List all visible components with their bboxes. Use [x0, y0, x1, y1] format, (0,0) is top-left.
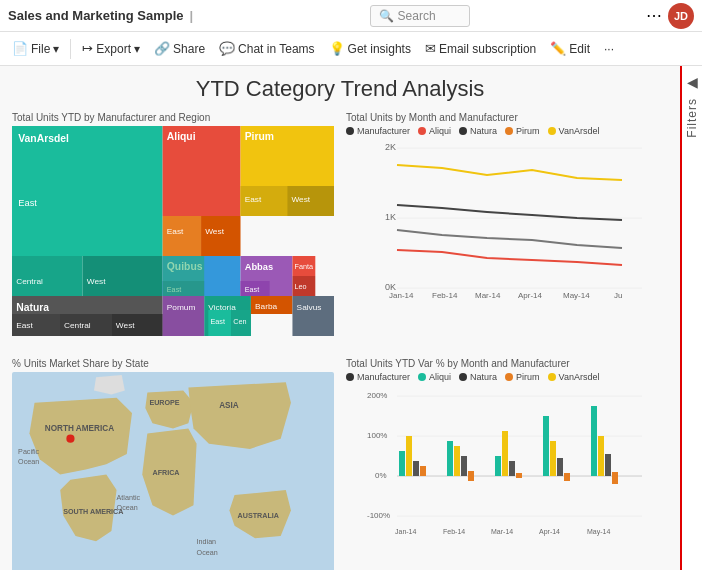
- insights-label: Get insights: [348, 42, 411, 56]
- share-button[interactable]: 🔗 Share: [148, 38, 211, 59]
- svg-rect-51: [163, 256, 205, 296]
- title-bar-right: ⋯ JD: [646, 3, 694, 29]
- content-area: YTD Category Trend Analysis Total Units …: [0, 66, 680, 570]
- svg-text:East: East: [16, 321, 33, 330]
- page-title: YTD Category Trend Analysis: [0, 66, 680, 108]
- svg-rect-101: [564, 473, 570, 481]
- file-label: File: [31, 42, 50, 56]
- svg-rect-102: [591, 406, 597, 476]
- svg-rect-104: [605, 454, 611, 476]
- svg-text:Apr-14: Apr-14: [518, 291, 543, 300]
- svg-text:East: East: [245, 195, 262, 204]
- title-sep: |: [190, 8, 194, 23]
- line-chart[interactable]: 2K 1K 0K: [346, 140, 668, 350]
- svg-rect-91: [454, 446, 460, 476]
- svg-text:Ocean: Ocean: [18, 458, 39, 466]
- svg-rect-86: [399, 451, 405, 476]
- svg-text:2K: 2K: [385, 142, 396, 152]
- insights-button[interactable]: 💡 Get insights: [323, 38, 417, 59]
- svg-text:West: West: [291, 195, 310, 204]
- edit-button[interactable]: ✏️ Edit: [544, 38, 596, 59]
- svg-rect-98: [543, 416, 549, 476]
- svg-text:Atlantic: Atlantic: [117, 494, 141, 502]
- export-label: Export: [96, 42, 131, 56]
- linechart-section: Total Units by Month and Manufacturer Ma…: [340, 108, 674, 354]
- filters-panel: ◀ Filters: [680, 66, 702, 570]
- svg-text:Abbas: Abbas: [245, 262, 274, 272]
- svg-text:Central: Central: [16, 277, 43, 286]
- treemap-chart[interactable]: VanArsdel East Central West Aliqui East …: [12, 126, 334, 336]
- legend-natura: Natura: [459, 126, 497, 136]
- export-icon: ↦: [82, 41, 93, 56]
- svg-text:Leo: Leo: [295, 283, 307, 291]
- email-button[interactable]: ✉ Email subscription: [419, 38, 542, 59]
- svg-rect-0: [12, 126, 163, 256]
- svg-text:East: East: [18, 198, 37, 208]
- email-icon: ✉: [425, 41, 436, 56]
- more-button[interactable]: ···: [598, 39, 620, 59]
- svg-text:Jan-14: Jan-14: [395, 528, 417, 535]
- export-button[interactable]: ↦ Export ▾: [76, 38, 146, 59]
- svg-text:Feb-14: Feb-14: [443, 528, 465, 535]
- svg-rect-87: [406, 436, 412, 476]
- svg-text:East: East: [245, 286, 260, 294]
- svg-rect-9: [163, 216, 201, 256]
- svg-text:VanArsdel: VanArsdel: [18, 133, 69, 144]
- svg-text:Ju: Ju: [614, 291, 622, 300]
- svg-text:0%: 0%: [375, 471, 387, 480]
- svg-text:Pomum: Pomum: [167, 303, 196, 312]
- svg-text:1K: 1K: [385, 212, 396, 222]
- chat-icon: 💬: [219, 41, 235, 56]
- svg-rect-100: [557, 458, 563, 476]
- svg-text:Natura: Natura: [16, 302, 49, 313]
- map-chart[interactable]: NORTH AMERICA EUROPE ASIA AFRICA SOUTH A…: [12, 372, 334, 570]
- filters-label[interactable]: Filters: [685, 98, 699, 138]
- export-chevron: ▾: [134, 42, 140, 56]
- svg-text:West: West: [116, 321, 135, 330]
- svg-text:Mar-14: Mar-14: [475, 291, 501, 300]
- svg-text:May-14: May-14: [587, 528, 610, 536]
- svg-text:Ocean: Ocean: [197, 549, 218, 557]
- file-icon: 📄: [12, 41, 28, 56]
- file-button[interactable]: 📄 File ▾: [6, 38, 65, 59]
- chat-label: Chat in Teams: [238, 42, 314, 56]
- search-icon: 🔍: [379, 9, 394, 23]
- svg-text:Jan-14: Jan-14: [389, 291, 414, 300]
- more-label: ···: [604, 42, 614, 56]
- svg-text:Salvus: Salvus: [297, 303, 322, 312]
- share-icon: 🔗: [154, 41, 170, 56]
- svg-text:100%: 100%: [367, 431, 387, 440]
- svg-text:ASIA: ASIA: [219, 401, 239, 410]
- edit-label: Edit: [569, 42, 590, 56]
- svg-text:Apr-14: Apr-14: [539, 528, 560, 536]
- svg-text:West: West: [87, 277, 106, 286]
- more-icon[interactable]: ⋯: [646, 6, 662, 25]
- linechart-legend: Manufacturer Aliqui Natura Pirum: [346, 126, 668, 136]
- bc-legend-natura: Natura: [459, 372, 497, 382]
- map-section: % Units Market Share by State: [6, 354, 340, 570]
- bar-chart[interactable]: 200% 100% 0% -100%: [346, 386, 668, 570]
- legend-aliqui: Aliqui: [418, 126, 451, 136]
- svg-rect-5: [83, 256, 163, 296]
- bc-legend-aliqui: Aliqui: [418, 372, 451, 382]
- svg-rect-47: [163, 296, 205, 336]
- svg-point-77: [66, 435, 74, 443]
- svg-rect-95: [502, 431, 508, 476]
- svg-text:SOUTH AMERICA: SOUTH AMERICA: [63, 508, 123, 516]
- filters-chevron[interactable]: ◀: [687, 74, 698, 90]
- search-box[interactable]: 🔍 Search: [370, 5, 470, 27]
- chat-button[interactable]: 💬 Chat in Teams: [213, 38, 320, 59]
- main-area: YTD Category Trend Analysis Total Units …: [0, 66, 702, 570]
- svg-rect-49: [292, 296, 334, 336]
- svg-rect-89: [420, 466, 426, 476]
- svg-text:NORTH AMERICA: NORTH AMERICA: [45, 424, 114, 433]
- svg-text:Pacific: Pacific: [18, 448, 39, 456]
- svg-rect-97: [516, 473, 522, 478]
- report-title: Sales and Marketing Sample: [8, 8, 184, 23]
- bc-legend-vanarsdel: VanArsdel: [548, 372, 600, 382]
- svg-text:Indian: Indian: [197, 538, 217, 546]
- avatar[interactable]: JD: [668, 3, 694, 29]
- svg-rect-3: [12, 256, 83, 296]
- insights-icon: 💡: [329, 41, 345, 56]
- svg-rect-105: [612, 472, 618, 484]
